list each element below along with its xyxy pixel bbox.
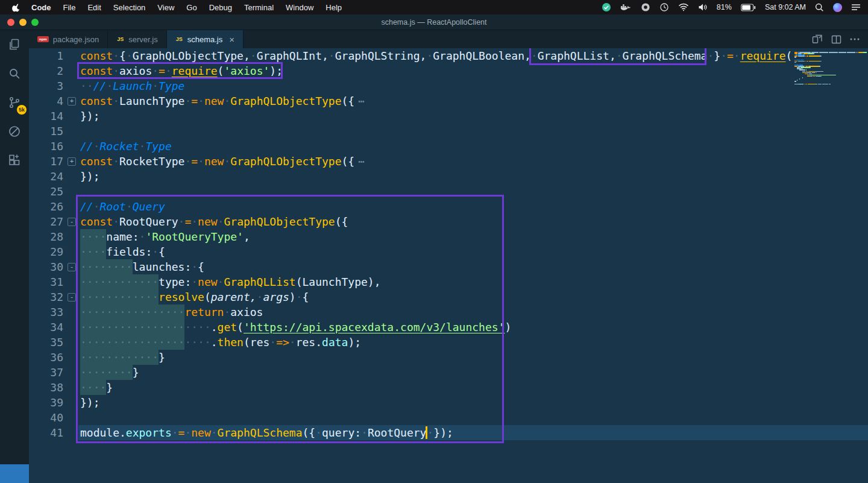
- code-line-33[interactable]: 33················return·axios: [29, 305, 868, 320]
- code-line-16[interactable]: 16//·Rocket·Type: [29, 139, 868, 154]
- code-text[interactable]: ····}: [80, 380, 868, 395]
- code-text[interactable]: const·axios·=·require('axios');: [80, 63, 868, 78]
- close-window-button[interactable]: [7, 19, 14, 26]
- zoom-window-button[interactable]: [31, 19, 39, 26]
- code-line-37[interactable]: 37········}: [29, 365, 868, 380]
- fold-gutter[interactable]: -: [63, 214, 80, 229]
- notification-center-icon[interactable]: [851, 4, 861, 11]
- code-line-26[interactable]: 26//·Root·Query: [29, 199, 868, 214]
- code-text[interactable]: [80, 410, 868, 425]
- sidebar-item-source-control[interactable]: 5k: [0, 88, 29, 117]
- minimize-window-button[interactable]: [19, 19, 27, 26]
- code-text[interactable]: ····name:·'RootQueryType',: [80, 229, 868, 244]
- code-text[interactable]: ············resolve(parent,·args)·{: [80, 289, 868, 305]
- code-text[interactable]: ··//·Launch·Type: [80, 78, 868, 93]
- code-text[interactable]: const·{·GraphQLObjectType,·GraphQLInt,·G…: [80, 48, 868, 63]
- menu-file[interactable]: File: [57, 3, 82, 12]
- code-line-27[interactable]: 27-const·RootQuery·=·new·GraphQLObjectTy…: [29, 214, 868, 229]
- wifi-icon[interactable]: [678, 3, 689, 11]
- window-title-bar[interactable]: schema.js — ReactApolloClient: [0, 14, 868, 30]
- code-text[interactable]: });: [80, 169, 868, 184]
- menu-terminal[interactable]: Terminal: [238, 3, 280, 12]
- code-editor[interactable]: 1const·{·GraphQLObjectType,·GraphQLInt,·…: [29, 48, 868, 483]
- code-line-17[interactable]: 17+const·RocketType·=·new·GraphQLObjectT…: [29, 154, 868, 169]
- code-text[interactable]: });: [80, 109, 868, 124]
- fold-gutter[interactable]: +: [63, 93, 80, 109]
- sidebar-item-search[interactable]: [0, 59, 29, 88]
- sidebar-item-explorer[interactable]: [0, 30, 29, 59]
- code-line-3[interactable]: 3··//·Launch·Type: [29, 78, 868, 93]
- menu-help[interactable]: Help: [319, 3, 348, 12]
- code-text[interactable]: });: [80, 395, 868, 410]
- code-line-32[interactable]: 32-············resolve(parent,·args)·{: [29, 289, 868, 305]
- code-text[interactable]: //·Rocket·Type: [80, 139, 868, 154]
- code-line-30[interactable]: 30-········launches:·{: [29, 259, 868, 274]
- code-line-28[interactable]: 28····name:·'RootQueryType',: [29, 229, 868, 244]
- code-line-38[interactable]: 38····}: [29, 380, 868, 395]
- code-text[interactable]: ············}: [80, 350, 868, 365]
- code-text[interactable]: [80, 184, 868, 199]
- code-text[interactable]: ····fields:·{: [80, 244, 868, 259]
- code-text[interactable]: [80, 124, 868, 139]
- tab-package.json[interactable]: npmpackage.json: [29, 30, 108, 48]
- fold-gutter[interactable]: +: [63, 154, 80, 169]
- close-tab-icon[interactable]: ×: [229, 34, 234, 45]
- code-line-2[interactable]: 2const·axios·=·require('axios');: [29, 63, 868, 78]
- time-machine-icon[interactable]: [659, 2, 669, 12]
- menu-go[interactable]: Go: [180, 3, 203, 12]
- open-changes-icon[interactable]: [812, 34, 823, 44]
- code-line-1[interactable]: 1const·{·GraphQLObjectType,·GraphQLInt,·…: [29, 48, 868, 63]
- code-line-29[interactable]: 29····fields:·{: [29, 244, 868, 259]
- volume-icon[interactable]: [698, 3, 708, 11]
- menu-window[interactable]: Window: [280, 3, 319, 12]
- siri-icon[interactable]: [833, 3, 842, 12]
- code-line-4[interactable]: 4+const·LaunchType·=·new·GraphQLObjectTy…: [29, 93, 868, 109]
- code-line-39[interactable]: 39});: [29, 395, 868, 410]
- menu-edit[interactable]: Edit: [81, 3, 107, 12]
- code-text[interactable]: ········launches:·{: [80, 259, 868, 274]
- menu-debug[interactable]: Debug: [203, 3, 238, 12]
- code-text[interactable]: const·LaunchType·=·new·GraphQLObjectType…: [80, 93, 868, 109]
- menu-code[interactable]: Code: [25, 3, 57, 12]
- fold-collapse-icon[interactable]: -: [68, 218, 76, 226]
- fold-expand-icon[interactable]: +: [68, 97, 76, 106]
- code-line-34[interactable]: 34····················.get('https://api.…: [29, 320, 868, 335]
- code-line-36[interactable]: 36············}: [29, 350, 868, 365]
- code-text[interactable]: ····················.get('https://api.sp…: [80, 320, 868, 335]
- code-text[interactable]: //·Root·Query: [80, 199, 868, 214]
- code-line-41[interactable]: 41module.exports·=·new·GraphQLSchema({·q…: [29, 425, 868, 440]
- minimap[interactable]: [791, 48, 868, 87]
- spotlight-icon[interactable]: [815, 3, 824, 12]
- menu-selection[interactable]: Selection: [107, 3, 151, 12]
- code-text[interactable]: ················return·axios: [80, 305, 868, 320]
- code-line-14[interactable]: 14});: [29, 109, 868, 124]
- code-line-35[interactable]: 35····················.then(res·=>·res.d…: [29, 335, 868, 350]
- more-actions-icon[interactable]: [850, 38, 860, 40]
- code-line-25[interactable]: 25: [29, 184, 868, 199]
- sidebar-item-debug[interactable]: [0, 117, 29, 146]
- docker-icon[interactable]: [620, 2, 632, 12]
- code-text[interactable]: ············type:·new·GraphQLList(Launch…: [80, 274, 868, 289]
- fold-gutter[interactable]: -: [63, 289, 80, 305]
- menu-bar-clock[interactable]: Sat 9:02 AM: [765, 3, 806, 11]
- sidebar-item-extensions[interactable]: [0, 146, 29, 175]
- apple-menu[interactable]: [7, 3, 25, 12]
- fold-gutter[interactable]: -: [63, 259, 80, 274]
- code-line-31[interactable]: 31············type:·new·GraphQLList(Laun…: [29, 274, 868, 289]
- check-circle-icon[interactable]: [602, 2, 611, 12]
- circle-icon[interactable]: [641, 2, 650, 12]
- fold-collapse-icon[interactable]: -: [68, 263, 76, 271]
- code-text[interactable]: ····················.then(res·=>·res.dat…: [80, 335, 868, 350]
- fold-expand-icon[interactable]: +: [68, 157, 76, 166]
- code-text[interactable]: module.exports·=·new·GraphQLSchema({·que…: [80, 425, 868, 440]
- tab-schema.js[interactable]: JSschema.js×: [167, 30, 244, 48]
- code-text[interactable]: const·RootQuery·=·new·GraphQLObjectType(…: [80, 214, 868, 229]
- tab-server.js[interactable]: JSserver.js: [108, 30, 166, 48]
- menu-view[interactable]: View: [151, 3, 180, 12]
- code-line-15[interactable]: 15: [29, 124, 868, 139]
- fold-collapse-icon[interactable]: -: [68, 293, 76, 301]
- code-line-40[interactable]: 40: [29, 410, 868, 425]
- code-text[interactable]: ········}: [80, 365, 868, 380]
- split-editor-icon[interactable]: [831, 35, 841, 44]
- code-line-24[interactable]: 24});: [29, 169, 868, 184]
